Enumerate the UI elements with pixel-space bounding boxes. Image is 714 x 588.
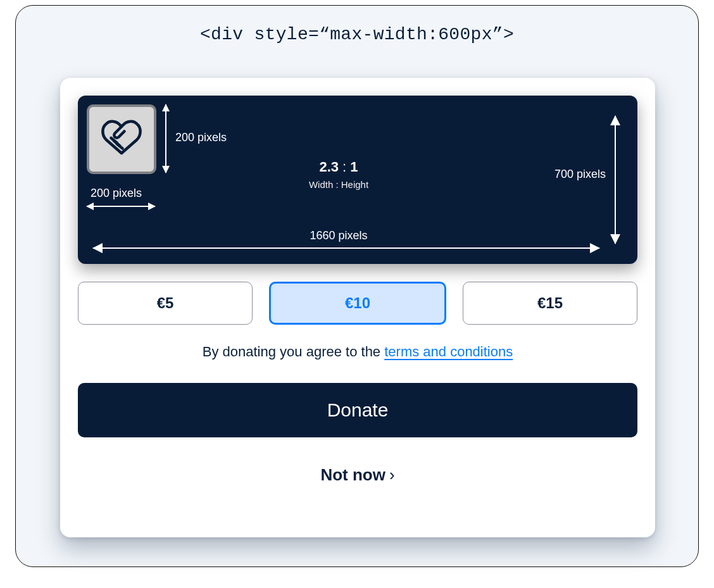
handshake-heart-icon: [99, 115, 144, 163]
amount-option-5[interactable]: €5: [78, 282, 253, 325]
ratio-separator: :: [339, 159, 350, 175]
banner-height-label: 700 pixels: [554, 168, 606, 181]
arrow-width-icon: [93, 247, 599, 249]
donate-button[interactable]: Donate: [78, 383, 637, 437]
terms-link[interactable]: terms and conditions: [384, 344, 513, 360]
not-now-button[interactable]: Not now›: [78, 465, 637, 485]
arrow-height-icon: [615, 116, 616, 244]
banner-width-label: 1660 pixels: [78, 229, 599, 242]
ratio-height: 1: [350, 159, 358, 175]
not-now-label: Not now: [320, 465, 385, 484]
amount-option-10[interactable]: €10: [269, 282, 446, 325]
example-frame: <div style=“max-width:600px”> 200 pixels…: [15, 5, 699, 567]
amount-options: €5 €10 €15: [78, 282, 637, 325]
donation-card: 200 pixels 200 pixels 2.3 : 1 Width : He…: [60, 78, 655, 537]
amount-option-15[interactable]: €15: [463, 282, 637, 325]
aspect-ratio: 2.3 : 1 Width : Height: [78, 159, 599, 190]
chevron-right-icon: ›: [389, 465, 395, 484]
ratio-width: 2.3: [319, 159, 339, 175]
terms-text: By donating you agree to the terms and c…: [78, 344, 637, 360]
banner-diagram: 200 pixels 200 pixels 2.3 : 1 Width : He…: [78, 96, 637, 264]
code-caption: <div style=“max-width:600px”>: [16, 25, 698, 44]
logo-height-label: 200 pixels: [175, 131, 227, 144]
ratio-caption: Width : Height: [78, 179, 599, 190]
arrow-horizontal-icon: [87, 206, 155, 207]
terms-prefix: By donating you agree to the: [203, 344, 384, 360]
